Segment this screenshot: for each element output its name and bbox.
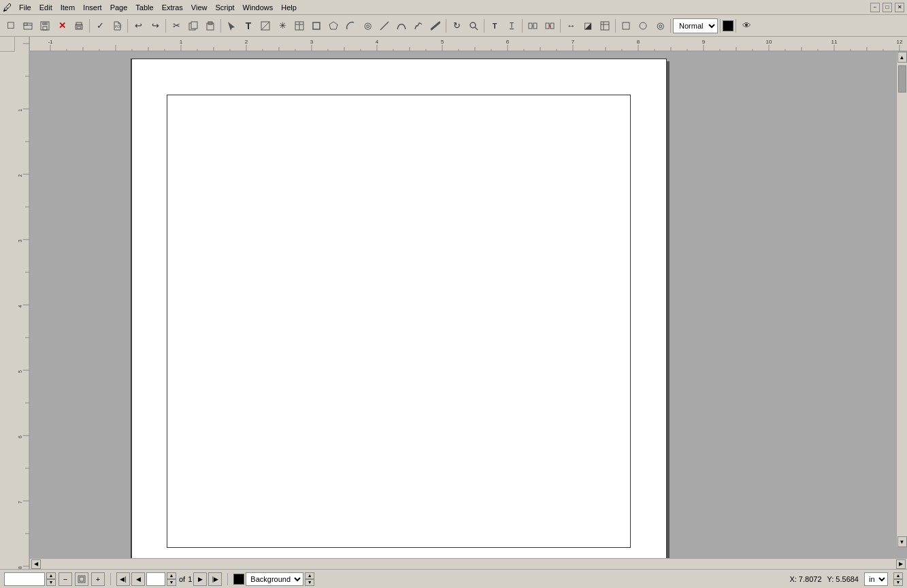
svg-rect-32 xyxy=(623,22,629,29)
zoom-in-btn[interactable]: + xyxy=(91,572,105,586)
ellipse-shape-btn[interactable] xyxy=(635,18,651,34)
zoom-fit-btn[interactable] xyxy=(75,572,88,586)
vertical-scrollbar[interactable]: ▲ ▼ xyxy=(896,52,907,547)
rotate-tool[interactable]: ↻ xyxy=(448,18,465,34)
edittext-tool[interactable]: T xyxy=(504,18,520,34)
menu-view[interactable]: View xyxy=(187,3,212,12)
zoom-input[interactable]: 100.00 % xyxy=(4,572,45,586)
win-minimize-btn[interactable]: − xyxy=(870,3,880,12)
vscroll-thumb[interactable] xyxy=(898,65,906,93)
left-margin-line xyxy=(131,59,132,558)
zoom-spin-down[interactable]: ▼ xyxy=(46,579,56,586)
render-frame-tool[interactable]: ✳ xyxy=(274,18,291,34)
new-btn[interactable]: ☐ xyxy=(3,18,19,34)
hscroll-left-btn[interactable]: ◀ xyxy=(31,559,41,569)
unit-spin-up[interactable]: ▲ xyxy=(893,572,903,579)
menu-file[interactable]: File xyxy=(15,3,35,12)
circle-shape-btn[interactable]: ◎ xyxy=(652,18,668,34)
vscroll-down-btn[interactable]: ▼ xyxy=(897,536,907,547)
zoom-out-btn[interactable]: − xyxy=(59,572,72,586)
app-icon: 🖊 xyxy=(3,2,12,13)
preview-btn[interactable]: 👁 xyxy=(738,18,755,34)
spiral-tool[interactable]: ◎ xyxy=(359,18,376,34)
arc-tool[interactable] xyxy=(342,18,359,34)
editcontents-tool[interactable]: T xyxy=(487,18,503,34)
linkframes-tool[interactable] xyxy=(525,18,541,34)
cut-btn[interactable]: ✂ xyxy=(168,18,184,34)
horizontal-scrollbar[interactable]: ◀ ▶ xyxy=(30,558,907,569)
line-tool[interactable] xyxy=(376,18,393,34)
paste-btn[interactable] xyxy=(202,18,218,34)
toolbar: ☐ ✕ ✓ PDF ↩ ↪ ✂ T ✳ ◎ xyxy=(0,15,907,37)
export-pdf-btn[interactable]: PDF xyxy=(109,18,125,34)
page-input[interactable]: 1 xyxy=(146,572,165,586)
preflight-btn[interactable]: ✓ xyxy=(92,18,108,34)
unit-spin-down[interactable]: ▼ xyxy=(893,579,903,586)
page-prev-btn[interactable]: ◀ xyxy=(131,572,145,586)
zoom-control: 100.00 % ▲ ▼ xyxy=(4,572,56,586)
menu-page[interactable]: Page xyxy=(106,3,132,12)
unit-select[interactable]: in xyxy=(864,572,888,586)
svg-line-20 xyxy=(380,22,389,30)
zoom-spin-up[interactable]: ▲ xyxy=(46,572,56,579)
layer-color-swatch[interactable] xyxy=(233,574,244,585)
open-btn[interactable] xyxy=(20,18,36,34)
ruler-corner xyxy=(0,37,15,52)
menu-script[interactable]: Script xyxy=(211,3,238,12)
page-spin-up[interactable]: ▲ xyxy=(167,572,176,579)
page-nav: ◀| ◀ 1 ▲ ▼ of 1 ▶ |▶ xyxy=(116,572,222,586)
svg-rect-23 xyxy=(529,23,532,29)
svg-rect-7 xyxy=(77,27,81,29)
undo-btn[interactable]: ↩ xyxy=(130,18,146,34)
page-last-btn[interactable]: |▶ xyxy=(208,572,222,586)
sep1 xyxy=(110,573,111,585)
polygon-tool[interactable] xyxy=(325,18,342,34)
select-tool[interactable] xyxy=(223,18,240,34)
menu-table[interactable]: Table xyxy=(131,3,157,12)
eyedrop-tool[interactable]: ◪ xyxy=(580,18,596,34)
menu-edit[interactable]: Edit xyxy=(35,3,56,12)
print-btn[interactable] xyxy=(71,18,87,34)
layer-dropdown[interactable]: Background xyxy=(246,572,303,586)
win-close-btn[interactable]: ✕ xyxy=(895,3,904,12)
svg-rect-26 xyxy=(546,23,549,29)
win-maximize-btn[interactable]: □ xyxy=(883,3,892,12)
layer-spin: ▲ ▼ xyxy=(305,572,314,586)
table-tool[interactable] xyxy=(291,18,308,34)
vscroll-up-btn[interactable]: ▲ xyxy=(897,52,907,63)
menu-windows[interactable]: Windows xyxy=(239,3,278,12)
close-btn[interactable]: ✕ xyxy=(54,18,70,34)
style-dropdown[interactable]: Normal xyxy=(673,18,718,33)
copyprops-tool[interactable] xyxy=(597,18,613,34)
menu-help[interactable]: Help xyxy=(277,3,301,12)
color-swatch[interactable] xyxy=(723,20,733,31)
layer-spin-up[interactable]: ▲ xyxy=(305,572,314,579)
menu-extras[interactable]: Extras xyxy=(158,3,187,12)
redo-btn[interactable]: ↪ xyxy=(147,18,163,34)
bezier-tool[interactable] xyxy=(393,18,410,34)
hscroll-right-btn[interactable]: ▶ xyxy=(896,559,906,569)
calligraph-tool[interactable] xyxy=(427,18,444,34)
layer-spin-down[interactable]: ▼ xyxy=(305,579,314,586)
svg-rect-18 xyxy=(313,22,320,29)
copy-btn[interactable] xyxy=(185,18,201,34)
freehand-tool[interactable] xyxy=(410,18,427,34)
menu-item[interactable]: Item xyxy=(56,3,79,12)
save-btn[interactable] xyxy=(37,18,53,34)
shape-tool[interactable] xyxy=(308,18,325,34)
measure-tool[interactable]: ↔ xyxy=(563,18,579,34)
text-frame-tool[interactable]: T xyxy=(240,18,257,34)
image-frame-tool[interactable] xyxy=(257,18,274,34)
coord-y: Y: 5.5684 xyxy=(827,575,859,583)
page-spin-down[interactable]: ▼ xyxy=(167,579,176,586)
svg-text:PDF: PDF xyxy=(115,24,122,29)
menu-insert[interactable]: Insert xyxy=(79,3,106,12)
svg-line-22 xyxy=(475,27,478,30)
unlinkframes-tool[interactable] xyxy=(542,18,558,34)
page-first-btn[interactable]: ◀| xyxy=(116,572,130,586)
layer-control: Background ▲ ▼ xyxy=(233,572,314,586)
zoom-tool[interactable] xyxy=(465,18,482,34)
page-next-btn[interactable]: ▶ xyxy=(193,572,207,586)
rect-shape-btn[interactable] xyxy=(618,18,634,34)
canvas-area[interactable]: ▲ ▼ xyxy=(30,52,907,558)
